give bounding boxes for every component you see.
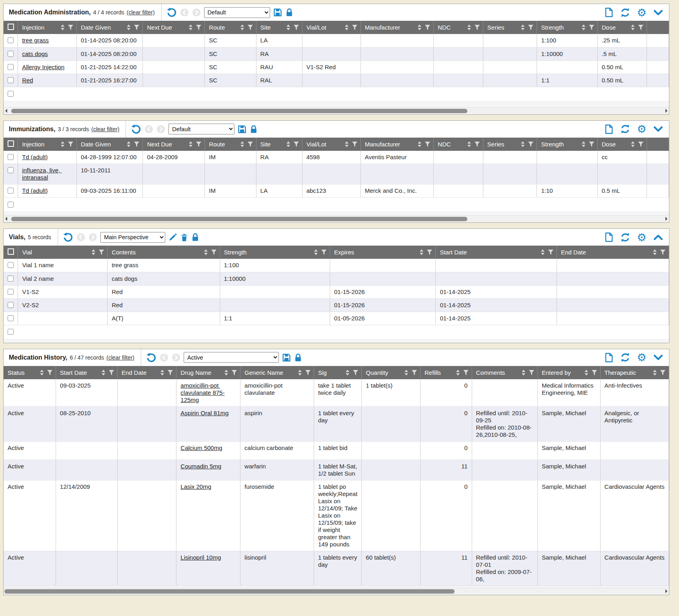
filter-icon[interactable] — [321, 249, 327, 255]
record-link[interactable]: Lasix 20mg — [180, 483, 211, 490]
save-button[interactable] — [273, 8, 282, 17]
sort-icon[interactable] — [188, 141, 193, 148]
sort-icon[interactable] — [204, 249, 208, 256]
row-checkbox[interactable] — [8, 329, 14, 335]
sort-icon[interactable] — [467, 24, 471, 31]
next-button[interactable] — [156, 125, 165, 134]
new-document-button[interactable] — [605, 353, 613, 362]
sort-icon[interactable] — [653, 249, 657, 256]
sort-icon[interactable] — [417, 141, 422, 148]
lock-button[interactable] — [191, 233, 199, 242]
edit-button[interactable] — [168, 233, 177, 242]
sort-icon[interactable] — [404, 369, 409, 376]
filter-icon[interactable] — [211, 249, 217, 255]
sort-icon[interactable] — [224, 369, 228, 376]
row-checkbox[interactable] — [8, 37, 14, 43]
perspective-select[interactable]: Active — [184, 352, 279, 363]
filter-icon[interactable] — [305, 370, 311, 376]
scroll-right-button[interactable] — [665, 109, 667, 113]
filter-icon[interactable] — [638, 141, 644, 147]
filter-icon[interactable] — [196, 141, 202, 147]
filter-icon[interactable] — [293, 24, 299, 30]
sort-icon[interactable] — [345, 369, 350, 376]
row-checkbox[interactable] — [8, 202, 14, 208]
row-checkbox[interactable] — [8, 302, 14, 308]
scrollbar-thumb[interactable] — [11, 217, 467, 221]
filter-icon[interactable] — [589, 24, 595, 30]
sort-icon[interactable] — [345, 24, 349, 31]
scrollbar-thumb[interactable] — [11, 109, 467, 113]
filter-icon[interactable] — [247, 141, 253, 147]
filter-icon[interactable] — [352, 24, 358, 30]
filter-icon[interactable] — [196, 24, 202, 30]
record-link[interactable]: amoxicillin-pot clavulanate 875-125mg — [180, 382, 224, 403]
clear-filter-link[interactable]: (clear filter) — [91, 126, 119, 132]
new-document-button[interactable] — [605, 124, 613, 134]
record-link[interactable]: tree grass — [22, 37, 49, 44]
filter-icon[interactable] — [589, 141, 595, 147]
select-all-checkbox[interactable] — [8, 140, 14, 147]
collapse-button[interactable] — [653, 354, 663, 361]
filter-icon[interactable] — [660, 370, 666, 376]
undo-button[interactable] — [131, 124, 141, 134]
filter-icon[interactable] — [548, 249, 554, 255]
record-link[interactable]: Lisinopril 10mg — [180, 554, 221, 561]
save-button[interactable] — [238, 125, 246, 134]
row-checkbox[interactable] — [8, 315, 14, 321]
scroll-left-button[interactable] — [5, 109, 7, 113]
filter-icon[interactable] — [425, 141, 431, 147]
row-checkbox[interactable] — [8, 154, 14, 160]
record-link[interactable]: cats dogs — [22, 50, 48, 57]
record-link[interactable]: Aspirin Oral 81mg — [180, 410, 228, 416]
filter-icon[interactable] — [231, 370, 237, 376]
horizontal-scrollbar[interactable] — [4, 215, 669, 222]
filter-icon[interactable] — [411, 370, 417, 376]
sort-icon[interactable] — [631, 24, 635, 31]
row-checkbox[interactable] — [8, 167, 14, 173]
filter-icon[interactable] — [591, 370, 597, 376]
sort-icon[interactable] — [126, 24, 131, 31]
scrollbar-thumb[interactable] — [4, 589, 455, 594]
filter-icon[interactable] — [474, 141, 480, 147]
filter-icon[interactable] — [660, 249, 666, 255]
expand-button[interactable] — [653, 234, 663, 241]
filter-icon[interactable] — [528, 24, 534, 30]
refresh-button[interactable] — [620, 232, 630, 242]
sort-icon[interactable] — [417, 24, 422, 31]
sort-icon[interactable] — [581, 24, 586, 31]
filter-icon[interactable] — [167, 370, 173, 376]
new-document-button[interactable] — [605, 232, 613, 242]
record-link[interactable]: Coumadin 5mg — [180, 463, 221, 470]
filter-icon[interactable] — [463, 370, 469, 376]
sort-icon[interactable] — [456, 369, 460, 376]
next-button[interactable] — [172, 353, 180, 362]
sort-icon[interactable] — [521, 141, 525, 148]
lock-button[interactable] — [250, 125, 258, 134]
filter-icon[interactable] — [638, 24, 644, 30]
prev-button[interactable] — [144, 125, 153, 134]
perspective-select[interactable]: Main Perspective — [100, 232, 165, 243]
scroll-right-button[interactable] — [665, 589, 667, 593]
prev-button[interactable] — [160, 353, 168, 362]
filter-icon[interactable] — [352, 141, 358, 147]
lock-button[interactable] — [294, 353, 302, 362]
sort-icon[interactable] — [314, 249, 318, 256]
sort-icon[interactable] — [581, 141, 586, 148]
filter-icon[interactable] — [68, 141, 74, 147]
sort-icon[interactable] — [240, 24, 244, 31]
sort-icon[interactable] — [298, 369, 302, 376]
filter-icon[interactable] — [353, 370, 359, 376]
scroll-right-button[interactable] — [665, 217, 667, 221]
sort-icon[interactable] — [467, 141, 471, 148]
delete-button[interactable] — [180, 233, 188, 242]
settings-button[interactable]: ⚙ — [637, 352, 647, 363]
clear-filter-link[interactable]: (clear filter) — [127, 9, 155, 16]
row-checkbox[interactable] — [8, 262, 14, 268]
sort-icon[interactable] — [40, 369, 44, 376]
select-all-checkbox[interactable] — [8, 248, 14, 255]
filter-icon[interactable] — [68, 24, 74, 30]
horizontal-scrollbar[interactable] — [4, 107, 669, 114]
filter-icon[interactable] — [293, 141, 299, 147]
sort-icon[interactable] — [91, 249, 96, 256]
row-checkbox[interactable] — [8, 64, 14, 70]
